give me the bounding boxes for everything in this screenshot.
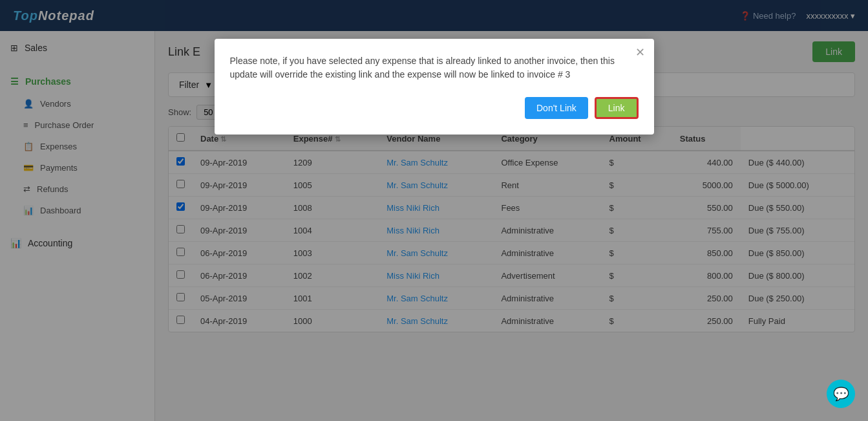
modal: ✕ Please note, if you have selected any … — [215, 39, 654, 135]
modal-actions: Don't Link Link — [230, 97, 639, 119]
modal-overlay: ✕ Please note, if you have selected any … — [0, 0, 868, 421]
chat-icon: 💬 — [833, 386, 849, 402]
dont-link-button[interactable]: Don't Link — [525, 97, 588, 119]
chat-bubble[interactable]: 💬 — [827, 380, 855, 408]
modal-link-button[interactable]: Link — [595, 97, 639, 119]
modal-message: Please note, if you have selected any ex… — [230, 54, 639, 81]
modal-close-button[interactable]: ✕ — [635, 45, 645, 59]
